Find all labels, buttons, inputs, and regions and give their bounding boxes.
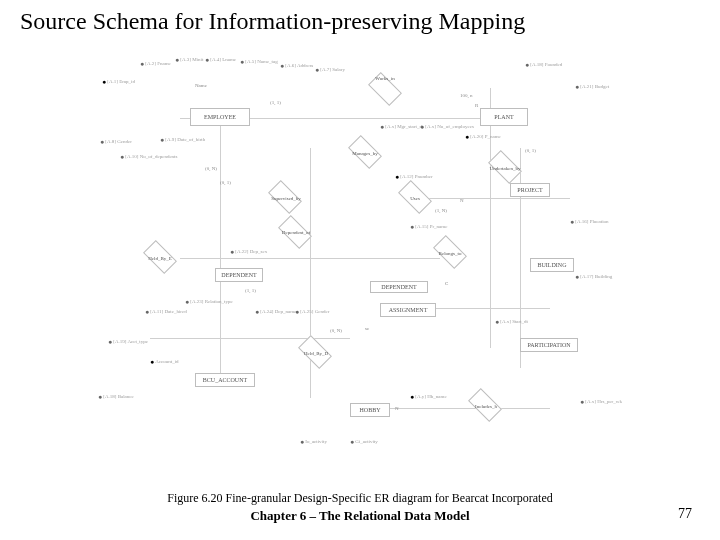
rel-dependent-of-label: Dependent_of	[282, 230, 310, 235]
attr-name-tag: [A.5] Name_tag	[240, 58, 278, 66]
attr-num-dep: [A.10] No_of_dependents	[120, 153, 177, 161]
card-1: (1, 1)	[270, 100, 281, 105]
chapter-label: Chapter 6 – The Relational Data Model	[250, 508, 469, 524]
rel-belongs-to-label: Belongs_to	[439, 251, 462, 256]
card-sc: sc	[365, 326, 369, 331]
attr-mgr-start: [A.x] Mgr_start_dt	[380, 123, 423, 131]
attr-address: [A.6] Address	[280, 62, 313, 70]
entity-dependent-weak: DEPENDENT	[215, 268, 263, 282]
slide-footer: Figure 6.20 Fine-granular Design-Specifi…	[0, 491, 720, 524]
card-3: (0, N)	[205, 166, 217, 171]
attr-io-activity: Io_activity	[300, 438, 327, 446]
slide-title: Source Schema for Information-preserving…	[0, 0, 720, 39]
isa-marker-2: N	[460, 198, 464, 203]
card-8: N	[395, 406, 399, 411]
attr-hrs-wk: [A.x] Hrs_per_wk	[580, 398, 622, 406]
rel-supervised-by-label: Supervised_by	[271, 196, 301, 201]
entity-assignment: ASSIGNMENT	[380, 303, 436, 317]
attr-acct-id: Account_id	[150, 358, 179, 366]
attr-building: [A.17] Building	[575, 273, 612, 281]
er-diagram: EMPLOYEE PLANT PROJECT BUILDING PARTICIP…	[90, 48, 640, 478]
entity-dependent: DEPENDENT	[370, 281, 428, 293]
page-number: 77	[678, 506, 692, 522]
card-5: (1, N)	[435, 208, 447, 213]
rel-undertaken-by-label: Undertaken_by	[490, 166, 521, 171]
rel-includes-h-label: Includes_h	[475, 404, 497, 409]
attr-date-hired: [A.11] Date_hired	[145, 308, 187, 316]
figure-caption: Figure 6.20 Fine-granular Design-Specifi…	[0, 491, 720, 506]
attr-acct-type: [A.19] Acct_type	[108, 338, 148, 346]
attr-dep-sex: [A.22] Dep_sex	[230, 248, 267, 256]
attr-p-name: [A.20] P_name	[465, 133, 501, 141]
attr-name-composite: Name	[195, 83, 207, 88]
card-10: (0, N)	[330, 328, 342, 333]
entity-project: PROJECT	[510, 183, 550, 197]
attr-emp-id: [A.1] Emp_id	[102, 78, 135, 86]
rel-works-in-label: Works_in	[375, 76, 394, 81]
card-2: 100, n	[460, 93, 473, 98]
attr-gender2: [A.25] Gender	[295, 308, 329, 316]
entity-employee: EMPLOYEE	[190, 108, 250, 126]
attr-budget: [A.21] Budget	[575, 83, 609, 91]
attr-gender: [A.8] Gender	[100, 138, 132, 146]
attr-bstart: [A.x] Start_dt	[495, 318, 528, 326]
entity-bcu-account: BCU_ACCOUNT	[195, 373, 255, 387]
card-6: (0, 1)	[525, 148, 536, 153]
attr-gi-activity: Gi_activity	[350, 438, 378, 446]
card-9: (1, 1)	[245, 288, 256, 293]
attr-no-emp: [A.x] No_of_employees	[420, 123, 474, 131]
attr-lname: [A.4] Lname	[205, 56, 236, 64]
attr-pnumber: [A.12] Pnumber	[395, 173, 433, 181]
attr-relation: [A.23] Relation_type	[185, 298, 233, 306]
attr-plocation: [A.16] Plocation	[570, 218, 609, 226]
entity-participation: PARTICIPATION	[520, 338, 578, 352]
attr-minit: [A.3] Minit	[175, 56, 203, 64]
attr-salary: [A.7] Salary	[315, 66, 345, 74]
rel-held-by-d-label: Held_By_D	[304, 351, 328, 356]
isa-marker-1: R	[475, 103, 478, 108]
rel-held-by-e-label: Held_By_E	[148, 256, 172, 261]
attr-pr-name: [A.15] Pr_name	[410, 223, 447, 231]
attr-hb-name: [A.y] Hb_name	[410, 393, 447, 401]
attr-dep-name: [A.24] Dep_name	[255, 308, 296, 316]
entity-plant: PLANT	[480, 108, 528, 126]
attr-dob: [A.9] Date_of_birth	[160, 136, 205, 144]
card-7: C	[445, 281, 448, 286]
rel-uses-label: Uses	[410, 196, 420, 201]
rel-managed-by-label: Manages_by	[352, 151, 378, 156]
attr-balance: [A.18] Balance	[98, 393, 134, 401]
card-4: (0, 1)	[220, 180, 231, 185]
entity-hobby: HOBBY	[350, 403, 390, 417]
attr-founded: [A.18] Founded	[525, 61, 562, 69]
entity-building: BUILDING	[530, 258, 574, 272]
attr-fname: [A.2] Fname	[140, 60, 171, 68]
